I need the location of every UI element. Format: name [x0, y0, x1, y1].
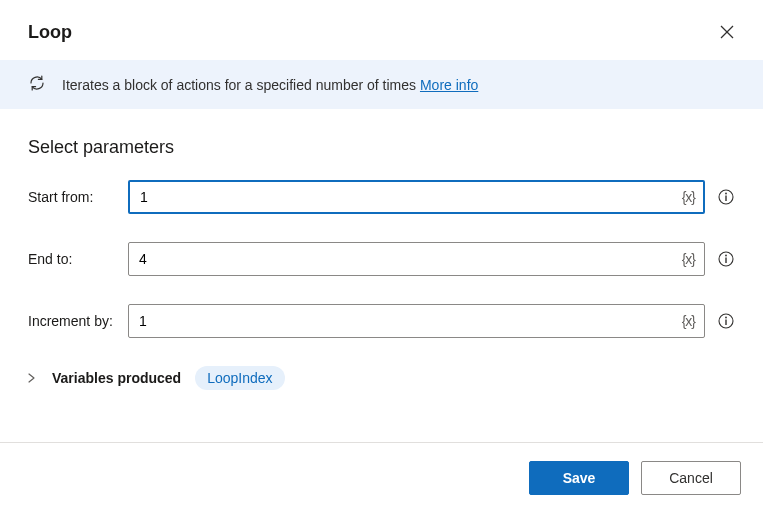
- section-title: Select parameters: [28, 137, 735, 158]
- increment-label: Increment by:: [28, 313, 128, 329]
- info-icon: [718, 189, 734, 205]
- end-label: End to:: [28, 251, 128, 267]
- svg-rect-7: [725, 258, 726, 264]
- dialog-footer: Save Cancel: [0, 442, 763, 513]
- info-button-increment[interactable]: [717, 312, 735, 330]
- loop-icon: [28, 74, 46, 95]
- banner-text: Iterates a block of actions for a specif…: [62, 77, 478, 93]
- svg-point-3: [725, 193, 727, 195]
- variables-produced-row[interactable]: Variables produced LoopIndex: [28, 366, 735, 390]
- variable-chip-loopindex[interactable]: LoopIndex: [195, 366, 284, 390]
- dialog-content: Select parameters Start from: {x} End to…: [0, 109, 763, 400]
- insert-variable-button[interactable]: {x}: [678, 311, 699, 331]
- info-button-start[interactable]: [717, 188, 735, 206]
- param-row-end: End to: {x}: [28, 242, 735, 276]
- svg-rect-10: [725, 320, 726, 326]
- param-row-start: Start from: {x}: [28, 180, 735, 214]
- save-button[interactable]: Save: [529, 461, 629, 495]
- start-input-wrapper: {x}: [128, 180, 705, 214]
- svg-point-6: [725, 255, 727, 257]
- svg-point-9: [725, 317, 727, 319]
- info-button-end[interactable]: [717, 250, 735, 268]
- cancel-button[interactable]: Cancel: [641, 461, 741, 495]
- close-button[interactable]: [713, 18, 741, 46]
- start-input[interactable]: [128, 180, 705, 214]
- insert-variable-button[interactable]: {x}: [678, 187, 699, 207]
- more-info-link[interactable]: More info: [420, 77, 478, 93]
- insert-variable-button[interactable]: {x}: [678, 249, 699, 269]
- dialog-title: Loop: [28, 22, 72, 43]
- end-input-wrapper: {x}: [128, 242, 705, 276]
- increment-input[interactable]: [128, 304, 705, 338]
- dialog-header: Loop: [0, 0, 763, 60]
- banner-description: Iterates a block of actions for a specif…: [62, 77, 416, 93]
- chevron-right-icon: [28, 373, 38, 383]
- info-icon: [718, 313, 734, 329]
- end-input[interactable]: [128, 242, 705, 276]
- svg-rect-4: [725, 196, 726, 202]
- close-icon: [720, 25, 734, 39]
- info-icon: [718, 251, 734, 267]
- start-label: Start from:: [28, 189, 128, 205]
- increment-input-wrapper: {x}: [128, 304, 705, 338]
- info-banner: Iterates a block of actions for a specif…: [0, 60, 763, 109]
- param-row-increment: Increment by: {x}: [28, 304, 735, 338]
- variables-label: Variables produced: [52, 370, 181, 386]
